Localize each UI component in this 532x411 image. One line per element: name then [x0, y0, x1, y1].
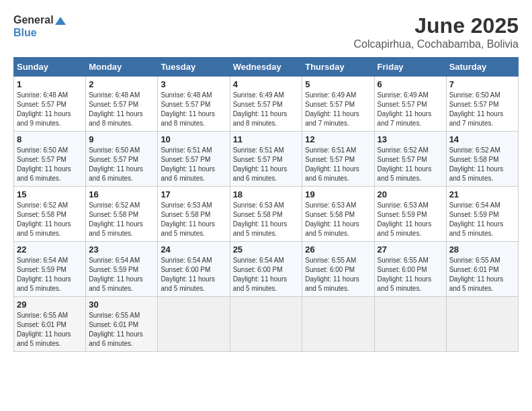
- day-info: Sunrise: 6:54 AMSunset: 6:00 PMDaylight:…: [233, 256, 300, 293]
- day-number: 22: [17, 244, 83, 255]
- day-number: 13: [378, 134, 443, 144]
- day-number: 2: [89, 79, 154, 89]
- table-row: [446, 297, 518, 352]
- table-row: 23 Sunrise: 6:54 AMSunset: 5:59 PMDaylig…: [86, 242, 158, 297]
- day-number: 7: [449, 79, 515, 89]
- day-number: 27: [378, 244, 443, 255]
- table-row: 26 Sunrise: 6:55 AMSunset: 6:00 PMDaylig…: [302, 242, 374, 297]
- calendar-week-3: 15 Sunrise: 6:52 AMSunset: 5:58 PMDaylig…: [14, 187, 519, 242]
- col-monday: Monday: [86, 58, 158, 77]
- day-info: Sunrise: 6:50 AMSunset: 5:57 PMDaylight:…: [17, 146, 83, 183]
- table-row: 25 Sunrise: 6:54 AMSunset: 6:00 PMDaylig…: [230, 242, 302, 297]
- day-info: Sunrise: 6:52 AMSunset: 5:57 PMDaylight:…: [378, 146, 443, 183]
- col-friday: Friday: [374, 58, 446, 77]
- table-row: 22 Sunrise: 6:54 AMSunset: 5:59 PMDaylig…: [14, 242, 86, 297]
- table-row: 8 Sunrise: 6:50 AMSunset: 5:57 PMDayligh…: [14, 132, 86, 187]
- day-number: 18: [233, 189, 300, 199]
- day-info: Sunrise: 6:49 AMSunset: 5:57 PMDaylight:…: [305, 91, 371, 128]
- day-number: 4: [233, 79, 300, 89]
- col-saturday: Saturday: [446, 58, 518, 77]
- day-info: Sunrise: 6:50 AMSunset: 5:57 PMDaylight:…: [449, 91, 515, 128]
- day-number: 20: [378, 189, 443, 199]
- day-info: Sunrise: 6:54 AMSunset: 5:59 PMDaylight:…: [449, 201, 515, 238]
- day-number: 24: [161, 244, 226, 255]
- location-title: Colcapirhua, Cochabamba, Bolivia: [354, 38, 519, 50]
- day-number: 15: [17, 189, 83, 199]
- day-number: 3: [161, 79, 226, 89]
- day-number: 9: [89, 134, 154, 144]
- day-number: 6: [378, 79, 443, 89]
- day-number: 19: [305, 189, 371, 199]
- calendar-week-1: 1 Sunrise: 6:48 AMSunset: 5:57 PMDayligh…: [14, 77, 519, 132]
- day-number: 12: [305, 134, 371, 144]
- day-number: 14: [449, 134, 515, 144]
- day-number: 26: [305, 244, 371, 255]
- calendar-table: Sunday Monday Tuesday Wednesday Thursday…: [13, 57, 519, 352]
- table-row: 30 Sunrise: 6:55 AMSunset: 6:01 PMDaylig…: [86, 297, 158, 352]
- day-number: 28: [449, 244, 515, 255]
- col-thursday: Thursday: [302, 58, 374, 77]
- table-row: [374, 297, 446, 352]
- day-info: Sunrise: 6:53 AMSunset: 5:58 PMDaylight:…: [233, 201, 300, 238]
- calendar-week-2: 8 Sunrise: 6:50 AMSunset: 5:57 PMDayligh…: [14, 132, 519, 187]
- table-row: 28 Sunrise: 6:55 AMSunset: 6:01 PMDaylig…: [446, 242, 518, 297]
- day-info: Sunrise: 6:50 AMSunset: 5:57 PMDaylight:…: [89, 146, 154, 183]
- table-row: 15 Sunrise: 6:52 AMSunset: 5:58 PMDaylig…: [14, 187, 86, 242]
- table-row: 7 Sunrise: 6:50 AMSunset: 5:57 PMDayligh…: [446, 77, 518, 132]
- day-info: Sunrise: 6:55 AMSunset: 6:01 PMDaylight:…: [89, 311, 154, 349]
- table-row: 12 Sunrise: 6:51 AMSunset: 5:57 PMDaylig…: [302, 132, 374, 187]
- day-info: Sunrise: 6:55 AMSunset: 6:00 PMDaylight:…: [305, 256, 371, 293]
- table-row: 21 Sunrise: 6:54 AMSunset: 5:59 PMDaylig…: [446, 187, 518, 242]
- page-header: General Blue June 2025 Colcapirhua, Coch…: [13, 13, 519, 50]
- day-number: 25: [233, 244, 300, 255]
- table-row: 27 Sunrise: 6:55 AMSunset: 6:00 PMDaylig…: [374, 242, 446, 297]
- table-row: 1 Sunrise: 6:48 AMSunset: 5:57 PMDayligh…: [14, 77, 86, 132]
- col-wednesday: Wednesday: [230, 58, 302, 77]
- day-number: 16: [89, 189, 154, 199]
- day-number: 1: [17, 79, 83, 89]
- day-info: Sunrise: 6:48 AMSunset: 5:57 PMDaylight:…: [89, 91, 154, 128]
- col-sunday: Sunday: [14, 58, 86, 77]
- calendar-header-row: Sunday Monday Tuesday Wednesday Thursday…: [14, 58, 519, 77]
- day-number: 17: [161, 189, 226, 199]
- day-info: Sunrise: 6:53 AMSunset: 5:59 PMDaylight:…: [378, 201, 443, 238]
- table-row: 4 Sunrise: 6:49 AMSunset: 5:57 PMDayligh…: [230, 77, 302, 132]
- day-info: Sunrise: 6:48 AMSunset: 5:57 PMDaylight:…: [161, 91, 226, 128]
- day-info: Sunrise: 6:55 AMSunset: 6:01 PMDaylight:…: [449, 256, 515, 293]
- month-title: June 2025: [354, 13, 519, 38]
- logo: General Blue: [13, 13, 66, 39]
- day-number: 29: [17, 300, 83, 310]
- table-row: 11 Sunrise: 6:51 AMSunset: 5:57 PMDaylig…: [230, 132, 302, 187]
- calendar-week-5: 29 Sunrise: 6:55 AMSunset: 6:01 PMDaylig…: [14, 297, 519, 352]
- table-row: 2 Sunrise: 6:48 AMSunset: 5:57 PMDayligh…: [86, 77, 158, 132]
- calendar-week-4: 22 Sunrise: 6:54 AMSunset: 5:59 PMDaylig…: [14, 242, 519, 297]
- table-row: 13 Sunrise: 6:52 AMSunset: 5:57 PMDaylig…: [374, 132, 446, 187]
- logo-svg: General Blue: [13, 13, 66, 39]
- day-info: Sunrise: 6:55 AMSunset: 6:00 PMDaylight:…: [378, 256, 443, 293]
- table-row: 3 Sunrise: 6:48 AMSunset: 5:57 PMDayligh…: [158, 77, 230, 132]
- table-row: 14 Sunrise: 6:52 AMSunset: 5:58 PMDaylig…: [446, 132, 518, 187]
- table-row: 20 Sunrise: 6:53 AMSunset: 5:59 PMDaylig…: [374, 187, 446, 242]
- day-number: 5: [305, 79, 371, 89]
- day-info: Sunrise: 6:52 AMSunset: 5:58 PMDaylight:…: [17, 201, 83, 238]
- day-info: Sunrise: 6:54 AMSunset: 5:59 PMDaylight:…: [89, 256, 154, 293]
- day-info: Sunrise: 6:54 AMSunset: 5:59 PMDaylight:…: [17, 256, 83, 293]
- table-row: [230, 297, 302, 352]
- day-number: 21: [449, 189, 515, 199]
- day-number: 23: [89, 244, 154, 255]
- day-info: Sunrise: 6:49 AMSunset: 5:57 PMDaylight:…: [233, 91, 300, 128]
- day-info: Sunrise: 6:51 AMSunset: 5:57 PMDaylight:…: [161, 146, 226, 183]
- day-number: 8: [17, 134, 83, 144]
- day-info: Sunrise: 6:55 AMSunset: 6:01 PMDaylight:…: [17, 311, 83, 349]
- col-tuesday: Tuesday: [158, 58, 230, 77]
- table-row: 24 Sunrise: 6:54 AMSunset: 6:00 PMDaylig…: [158, 242, 230, 297]
- day-info: Sunrise: 6:51 AMSunset: 5:57 PMDaylight:…: [305, 146, 371, 183]
- day-number: 11: [233, 134, 300, 144]
- table-row: [302, 297, 374, 352]
- table-row: 18 Sunrise: 6:53 AMSunset: 5:58 PMDaylig…: [230, 187, 302, 242]
- day-info: Sunrise: 6:52 AMSunset: 5:58 PMDaylight:…: [89, 201, 154, 238]
- table-row: 6 Sunrise: 6:49 AMSunset: 5:57 PMDayligh…: [374, 77, 446, 132]
- day-number: 10: [161, 134, 226, 144]
- table-row: 16 Sunrise: 6:52 AMSunset: 5:58 PMDaylig…: [86, 187, 158, 242]
- day-info: Sunrise: 6:53 AMSunset: 5:58 PMDaylight:…: [305, 201, 371, 238]
